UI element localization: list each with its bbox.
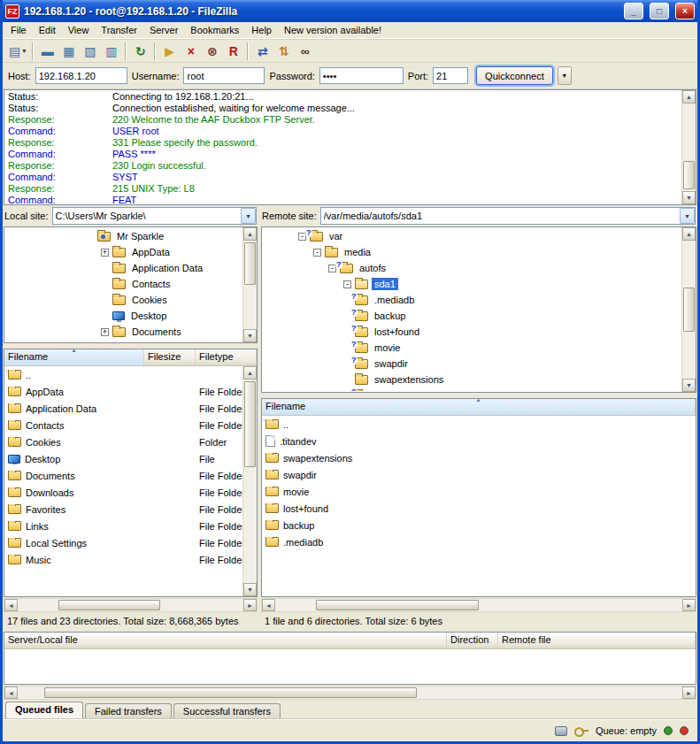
cancel-button[interactable]: × (181, 42, 201, 61)
tree-expander[interactable]: + (101, 249, 109, 257)
host-input[interactable] (35, 67, 127, 84)
scrollbar-thumb[interactable] (683, 288, 695, 332)
tree-item-movie[interactable]: +movie (263, 340, 681, 356)
scrollbar-track[interactable] (682, 104, 696, 191)
synchronized-browsing-button[interactable]: ⇅ (273, 42, 294, 61)
dropdown-arrow-icon[interactable]: ▾ (22, 47, 26, 55)
tree-item-contacts[interactable]: +Contacts (5, 276, 242, 292)
scrollbar-track[interactable] (243, 380, 257, 583)
scroll-down-button[interactable]: ▼ (682, 379, 696, 392)
column-header-direction[interactable]: Direction (447, 633, 498, 648)
title-bar[interactable]: FZ 192.168.1.20 - root@192.168.1.20 - Fi… (3, 0, 697, 22)
password-input[interactable] (319, 67, 404, 84)
menu-item-new-version-available[interactable]: New version available! (278, 23, 388, 37)
menu-item-bookmarks[interactable]: Bookmarks (184, 23, 245, 37)
tree-item-autofs[interactable]: -autofs (263, 260, 681, 276)
remote-horizontal-scrollbar[interactable]: ◄ ► (261, 598, 696, 612)
scroll-right-button[interactable]: ► (682, 686, 696, 699)
scrollbar-track[interactable] (18, 686, 682, 699)
tree-expander[interactable]: - (313, 249, 321, 257)
file-row-backup[interactable]: backup (262, 517, 696, 533)
username-input[interactable] (183, 67, 265, 84)
tree-item-downloads[interactable]: +Downloads (5, 340, 242, 341)
queue-horizontal-scrollbar[interactable]: ◄ ► (4, 686, 696, 700)
toggle-queue-button[interactable]: ▥ (101, 42, 121, 61)
tree-item-documents[interactable]: +Documents (5, 324, 242, 340)
scroll-down-button[interactable]: ▼ (243, 583, 257, 596)
process-queue-button[interactable]: ▶ (159, 42, 180, 61)
scroll-right-button[interactable]: ► (243, 599, 257, 611)
file-row-links[interactable]: LinksFile Folder (4, 518, 242, 534)
scrollbar-thumb[interactable] (244, 381, 256, 467)
tree-item-media[interactable]: -media (263, 244, 681, 260)
scrollbar-thumb[interactable] (683, 161, 695, 189)
file-row-application-data[interactable]: Application DataFile Folder (4, 400, 242, 417)
toggle-remote-tree-button[interactable]: ▧ (80, 42, 100, 61)
menu-item-server[interactable]: Server (143, 23, 184, 37)
file-row-item[interactable]: .. (4, 366, 242, 383)
tree-item-mediadb[interactable]: +.mediadb (263, 292, 681, 308)
file-row-contacts[interactable]: ContactsFile Folder (4, 417, 242, 433)
file-row-documents[interactable]: DocumentsFile Folder (4, 467, 242, 484)
tree-item-lost-found[interactable]: +lost+found (263, 324, 681, 340)
scroll-left-button[interactable]: ◄ (4, 686, 18, 699)
close-button[interactable]: × (675, 3, 695, 19)
log-scrollbar[interactable]: ▲ ▼ (681, 90, 696, 204)
column-header-remote-file[interactable]: Remote file (498, 633, 696, 648)
tree-item-backup[interactable]: +backup (263, 308, 681, 324)
file-row-local-settings[interactable]: Local SettingsFile Folder (4, 534, 242, 551)
file-row-mediadb[interactable]: .mediadb (262, 533, 696, 550)
local-list-scrollbar[interactable]: ▲ ▼ (242, 366, 257, 596)
file-row-desktop[interactable]: DesktopFile (4, 450, 242, 467)
tree-expander[interactable]: - (343, 280, 351, 288)
minimize-button[interactable]: _ (624, 3, 643, 19)
directory-comparison-button[interactable]: ⇄ (252, 42, 273, 61)
file-row-swapdir[interactable]: swapdir (262, 466, 696, 483)
scroll-left-button[interactable]: ◄ (4, 599, 18, 611)
port-input[interactable] (433, 67, 468, 84)
tree-item-swapdir[interactable]: +swapdir (263, 356, 681, 372)
column-header-filename[interactable]: Filename▲ (4, 349, 144, 365)
file-row-appdata[interactable]: AppDataFile Folder (4, 383, 242, 400)
tree-item-cookies[interactable]: +Cookies (5, 292, 242, 308)
scrollbar-track[interactable] (275, 599, 682, 611)
menu-item-edit[interactable]: Edit (33, 23, 62, 37)
scrollbar-thumb[interactable] (44, 687, 417, 698)
file-row-titandev[interactable]: .titandev (262, 433, 696, 449)
scroll-left-button[interactable]: ◄ (262, 599, 275, 611)
tab-queued-files[interactable]: Queued files (5, 702, 83, 719)
file-row-music[interactable]: MusicFile Folder (4, 551, 242, 568)
tree-item-desktop[interactable]: +Desktop (5, 308, 242, 324)
scrollbar-track[interactable] (682, 241, 696, 379)
scrollbar-track[interactable] (18, 599, 243, 611)
file-row-movie[interactable]: movie (262, 483, 696, 500)
tree-item-sda1[interactable]: -sda1 (263, 276, 681, 292)
toggle-local-tree-button[interactable]: ▦ (58, 42, 79, 61)
file-row-downloads[interactable]: DownloadsFile Folder (4, 484, 242, 501)
file-row-cookies[interactable]: CookiesFolder (4, 433, 242, 450)
combo-dropdown-icon[interactable]: ▾ (680, 208, 695, 224)
speed-limit-icon[interactable] (555, 726, 567, 736)
toggle-message-log-button[interactable]: ▬ (37, 42, 58, 61)
scroll-up-button[interactable]: ▲ (682, 90, 696, 104)
tree-item-swapextensions[interactable]: +swapextensions (263, 372, 681, 387)
file-row-favorites[interactable]: FavoritesFile Folder (4, 501, 242, 518)
scroll-up-button[interactable]: ▲ (243, 366, 257, 380)
tree-item-appdata[interactable]: +AppData (5, 244, 242, 260)
combo-dropdown-icon[interactable]: ▾ (241, 208, 256, 224)
scrollbar-thumb[interactable] (244, 242, 256, 285)
file-row-lost-found[interactable]: lost+found (262, 500, 696, 517)
tree-item-application-data[interactable]: +Application Data (5, 260, 242, 276)
tree-item-dvd[interactable]: +dvd (263, 387, 681, 391)
menu-item-help[interactable]: Help (245, 23, 278, 37)
column-header-filetype[interactable]: Filetype (196, 349, 257, 365)
menu-item-transfer[interactable]: Transfer (95, 23, 143, 37)
refresh-button[interactable]: ↻ (130, 42, 150, 61)
maximize-button[interactable]: □ (650, 3, 669, 19)
quickconnect-button[interactable]: Quickconnect (476, 66, 553, 85)
tree-item-var[interactable]: -var (263, 228, 681, 244)
scroll-right-button[interactable]: ► (682, 599, 696, 611)
file-row-swapextensions[interactable]: swapextensions (262, 449, 696, 466)
tab-failed-transfers[interactable]: Failed transfers (85, 703, 172, 719)
reconnect-button[interactable]: R (223, 42, 243, 61)
